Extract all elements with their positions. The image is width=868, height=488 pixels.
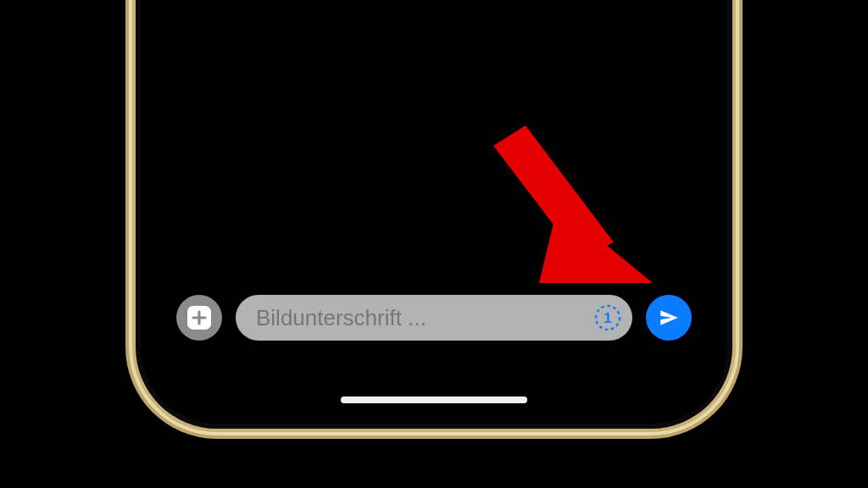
view-once-icon: 1 (593, 302, 623, 333)
caption-field[interactable]: 1 (236, 295, 632, 341)
home-indicator (341, 396, 527, 403)
view-once-button[interactable]: 1 (592, 302, 624, 334)
svg-text:1: 1 (604, 310, 611, 326)
plus-icon (187, 306, 211, 330)
phone-frame: 1 (141, 0, 727, 424)
send-icon (658, 307, 680, 329)
send-button[interactable] (646, 295, 692, 341)
add-attachment-button[interactable] (176, 295, 222, 341)
screen: 1 (141, 0, 727, 424)
caption-input[interactable] (256, 305, 585, 331)
composer-row: 1 (176, 293, 692, 342)
